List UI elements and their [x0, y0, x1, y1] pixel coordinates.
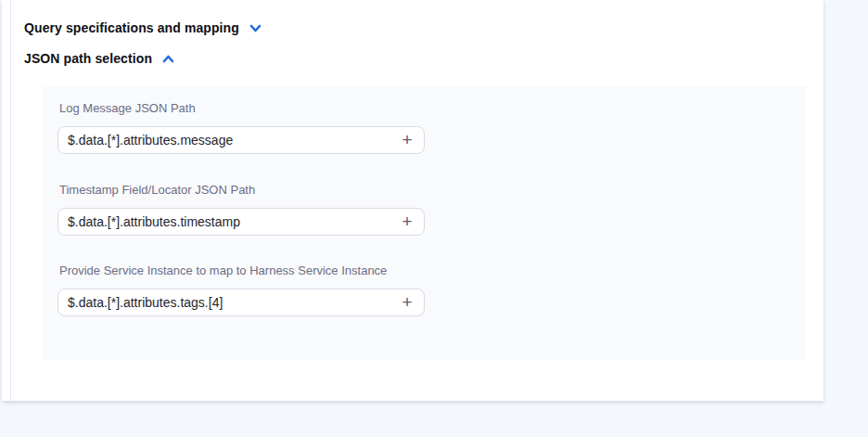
plus-icon[interactable]: +	[397, 126, 417, 154]
log-message-json-path-label: Log Message JSON Path	[59, 101, 425, 115]
timestamp-json-path-label: Timestamp Field/Locator JSON Path	[59, 183, 425, 197]
field-log-message-json-path: Log Message JSON Path +	[57, 101, 425, 154]
timestamp-json-path-input[interactable]	[57, 208, 425, 236]
json-path-selection-panel: Log Message JSON Path + Timestamp Field/…	[43, 86, 806, 360]
left-panel-divider	[10, 0, 11, 401]
service-instance-json-path-input[interactable]	[57, 289, 425, 316]
chevron-down-icon[interactable]	[249, 21, 262, 35]
section-header-query-specifications[interactable]: Query specifications and mapping	[24, 20, 262, 35]
section-title-query-specifications: Query specifications and mapping	[24, 20, 239, 35]
chevron-up-icon[interactable]	[161, 52, 175, 66]
section-title-json-path-selection: JSON path selection	[24, 51, 152, 66]
plus-icon[interactable]: +	[397, 208, 417, 236]
section-header-json-path-selection[interactable]: JSON path selection	[24, 51, 175, 66]
plus-icon[interactable]: +	[397, 289, 417, 316]
service-instance-json-path-label: Provide Service Instance to map to Harne…	[59, 263, 425, 277]
field-timestamp-json-path: Timestamp Field/Locator JSON Path +	[57, 183, 425, 236]
content-card: Query specifications and mapping JSON pa…	[2, 0, 823, 401]
field-service-instance-json-path: Provide Service Instance to map to Harne…	[57, 263, 425, 316]
log-message-json-path-input[interactable]	[57, 126, 425, 154]
